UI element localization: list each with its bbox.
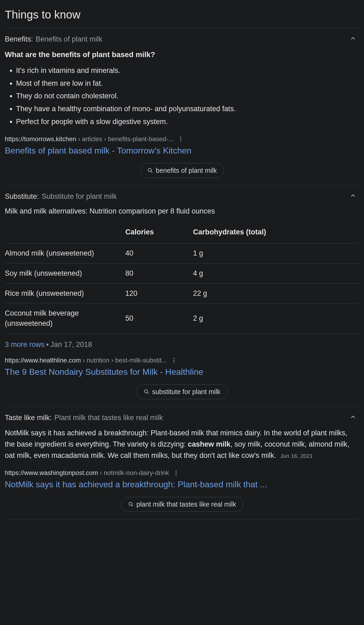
cite-crumbs: › nutrition › best-milk-substit... — [81, 357, 167, 364]
chip-label: substitute for plant milk — [152, 388, 221, 396]
panel-header-taste[interactable]: Taste like milk: Plant milk that tastes … — [5, 413, 359, 423]
svg-line-9 — [147, 392, 148, 394]
section-title: Things to know — [5, 7, 359, 28]
nutrition-table: Calories Carbohydrates (total) Almond mi… — [5, 222, 359, 334]
chip-label: benefits of plant milk — [156, 167, 217, 174]
taste-date: Jun 16, 2021 — [280, 453, 313, 459]
panel-subtitle: Benefits of plant milk — [36, 34, 102, 44]
panel-subtitle: Plant milk that tastes like real milk — [55, 413, 163, 423]
svg-point-2 — [180, 140, 181, 141]
table-header: Calories — [125, 222, 193, 243]
svg-point-6 — [173, 360, 175, 361]
panel-label: Benefits: — [5, 34, 33, 44]
cell-calories: 120 — [125, 283, 193, 304]
result-title[interactable]: The 9 Best Nondairy Substitutes for Milk… — [5, 366, 359, 378]
panel-benefits: Benefits: Benefits of plant milk What ar… — [5, 28, 359, 186]
more-rows-link[interactable]: 3 more rows — [5, 340, 45, 349]
related-chip-benefits[interactable]: benefits of plant milk — [140, 163, 224, 178]
svg-point-0 — [180, 137, 181, 138]
cell-calories: 40 — [125, 243, 193, 263]
list-item: Most of them are low in fat. — [16, 78, 359, 89]
cite-crumbs: › articles › benefits-plant-based-... — [76, 135, 174, 143]
cell-name: Almond milk (unsweetened) — [5, 243, 125, 263]
svg-point-12 — [176, 474, 177, 475]
table-row: Coconut milk beverage (unsweetened) 50 2… — [5, 304, 359, 334]
cite-host: https://tomorrows.kitchen — [5, 135, 76, 143]
chevron-up-icon[interactable] — [350, 192, 357, 199]
panel-label: Substitute: — [5, 192, 39, 202]
cell-name: Coconut milk beverage (unsweetened) — [5, 304, 125, 334]
cell-name: Soy milk (unsweetened) — [5, 263, 125, 283]
related-chip-substitute[interactable]: substitute for plant milk — [136, 384, 228, 399]
panel-substitute: Substitute: Substitute for plant milk Mi… — [5, 186, 359, 407]
panel-taste: Taste like milk: Plant milk that tastes … — [5, 407, 359, 519]
benefits-list: It's rich in vitamins and minerals. Most… — [5, 66, 359, 127]
result-cite[interactable]: https://www.healthline.com › nutrition ›… — [5, 356, 167, 365]
panel-header-benefits[interactable]: Benefits: Benefits of plant milk — [5, 34, 359, 44]
cell-carbs: 2 g — [193, 304, 359, 334]
cell-name: Rice milk (unsweetened) — [5, 283, 125, 304]
chevron-up-icon[interactable] — [350, 413, 357, 420]
list-item: Perfect for people with a slow digestive… — [16, 117, 359, 127]
svg-line-4 — [151, 171, 152, 172]
cite-host: https://www.healthline.com — [5, 357, 81, 364]
table-row: Soy milk (unsweetened) 80 4 g — [5, 263, 359, 283]
more-options-icon[interactable] — [171, 357, 177, 364]
result-title[interactable]: NotMilk says it has achieved a breakthro… — [5, 479, 359, 490]
svg-line-14 — [132, 505, 133, 506]
svg-point-7 — [173, 362, 175, 363]
result-title[interactable]: Benefits of plant based milk - Tomorrow'… — [5, 145, 359, 156]
list-item: They do not contain cholesterol. — [16, 91, 359, 101]
cell-calories: 50 — [125, 304, 193, 334]
cite-host: https://www.washingtonpost.com — [5, 469, 98, 476]
svg-point-11 — [176, 472, 177, 473]
chip-label: plant milk that tastes like real milk — [136, 500, 236, 508]
chevron-up-icon[interactable] — [350, 35, 357, 42]
cell-calories: 80 — [125, 263, 193, 283]
list-item: It's rich in vitamins and minerals. — [16, 66, 359, 76]
more-rows-row: 3 more rows•Jan 17, 2018 — [5, 340, 359, 350]
table-header — [5, 222, 125, 243]
result-cite[interactable]: https://tomorrows.kitchen › articles › b… — [5, 134, 174, 144]
panel-subtitle: Substitute for plant milk — [42, 192, 117, 202]
benefits-question: What are the benefits of plant based mil… — [5, 49, 359, 60]
table-row: Rice milk (unsweetened) 120 22 g — [5, 283, 359, 304]
more-options-icon[interactable] — [177, 136, 184, 142]
result-cite[interactable]: https://www.washingtonpost.com › notmilk… — [5, 468, 169, 477]
svg-point-1 — [180, 139, 181, 140]
table-row: Almond milk (unsweetened) 40 1 g — [5, 243, 359, 263]
taste-paragraph: NotMilk says it has achieved a breakthro… — [5, 428, 359, 461]
cell-carbs: 4 g — [193, 263, 359, 283]
table-header: Carbohydrates (total) — [193, 222, 359, 243]
panel-header-substitute[interactable]: Substitute: Substitute for plant milk — [5, 192, 359, 202]
related-chip-taste[interactable]: plant milk that tastes like real milk — [121, 497, 243, 512]
list-item: They have a healthy combination of mono-… — [16, 104, 359, 114]
svg-point-10 — [176, 470, 177, 471]
cell-carbs: 1 g — [193, 243, 359, 263]
substitute-intro: Milk and milk alternatives: Nutrition co… — [5, 206, 359, 216]
cite-crumbs: › notmilk-non-dairy-drink — [98, 469, 169, 476]
more-options-icon[interactable] — [173, 470, 179, 476]
table-date: Jan 17, 2018 — [50, 340, 92, 349]
svg-point-5 — [173, 358, 175, 359]
panel-label: Taste like milk: — [5, 413, 52, 423]
cell-carbs: 22 g — [193, 283, 359, 304]
